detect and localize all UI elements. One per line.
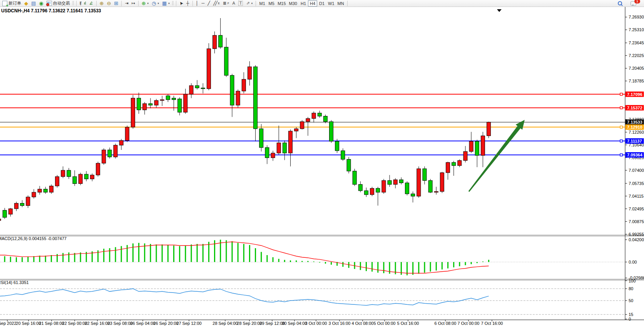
candle[interactable] <box>242 79 246 91</box>
zoom-in-button[interactable]: ⊕ <box>98 0 105 7</box>
auto-trading-button[interactable]: 自动交易 <box>45 0 72 7</box>
candle[interactable] <box>172 98 176 100</box>
candle[interactable] <box>189 86 193 94</box>
indicators-button[interactable]: ⊕▾ <box>140 0 150 7</box>
candle[interactable] <box>446 163 450 173</box>
candle[interactable] <box>330 122 333 141</box>
candle[interactable] <box>463 151 467 160</box>
candle[interactable] <box>131 98 135 127</box>
hline-handle[interactable] <box>620 107 622 109</box>
candle[interactable] <box>143 104 147 110</box>
signals-button[interactable]: ◉ <box>37 0 45 7</box>
candle[interactable] <box>417 169 421 196</box>
candle[interactable] <box>125 127 129 141</box>
candle[interactable] <box>358 185 362 191</box>
candle[interactable] <box>312 113 316 118</box>
arrows-button[interactable]: ⇗▾ <box>244 0 254 7</box>
search-button[interactable] <box>616 0 624 7</box>
vertical-line-button[interactable]: │ <box>194 0 200 7</box>
zoom-out-button[interactable]: ⊖ <box>105 0 112 7</box>
timeframe-m30-button[interactable]: M30 <box>288 0 299 7</box>
candle[interactable] <box>184 94 187 112</box>
candle[interactable] <box>166 96 170 100</box>
cursor-button[interactable]: ➤ <box>178 0 185 7</box>
chart-area[interactable]: 7.269307.253107.236457.220257.204057.187… <box>0 7 644 326</box>
chart-shift-button[interactable]: ↦ <box>130 0 136 7</box>
channel-button[interactable]: ╱╱E <box>212 0 221 7</box>
candle[interactable] <box>294 129 298 131</box>
candle[interactable] <box>271 153 275 158</box>
candle[interactable] <box>178 99 182 113</box>
candle[interactable] <box>90 175 94 179</box>
candle[interactable] <box>114 145 117 157</box>
candle[interactable] <box>213 35 217 49</box>
candle[interactable] <box>254 67 258 129</box>
candle[interactable] <box>318 113 321 116</box>
candle[interactable] <box>399 180 403 183</box>
trendline-button[interactable]: ╱ <box>206 0 212 7</box>
candle[interactable] <box>55 176 59 186</box>
auto-scroll-button[interactable]: ⇥ <box>123 0 130 7</box>
timeframe-w1-button[interactable]: W1 <box>326 0 336 7</box>
candle[interactable] <box>265 148 269 158</box>
monitor-button[interactable]: ▤ <box>30 0 37 7</box>
candle[interactable] <box>382 180 386 192</box>
timeframe-m15-button[interactable]: M15 <box>276 0 287 7</box>
candle[interactable] <box>341 151 345 159</box>
candle[interactable] <box>32 192 36 197</box>
timeframe-h4-button[interactable]: H4 <box>308 0 317 7</box>
hline-handle[interactable] <box>620 140 622 142</box>
candle[interactable] <box>14 203 18 208</box>
new-order-button[interactable]: 新订单 <box>1 0 23 7</box>
text-label-button[interactable]: T <box>237 0 245 7</box>
candle[interactable] <box>440 173 444 192</box>
candle[interactable] <box>96 163 100 175</box>
candle[interactable] <box>49 186 53 192</box>
candle[interactable] <box>487 122 491 136</box>
candle[interactable] <box>353 171 356 185</box>
candle[interactable] <box>364 191 368 195</box>
candle[interactable] <box>149 104 152 105</box>
candle[interactable] <box>289 131 293 153</box>
candle[interactable] <box>411 194 415 196</box>
candle[interactable] <box>119 141 123 145</box>
candle[interactable] <box>423 169 427 181</box>
candle[interactable] <box>248 67 251 79</box>
candle[interactable] <box>207 49 211 89</box>
candle[interactable] <box>79 174 82 183</box>
candle[interactable] <box>306 119 310 122</box>
candle[interactable] <box>20 203 24 205</box>
book-button[interactable]: ◆ <box>23 0 30 7</box>
candle[interactable] <box>201 88 205 89</box>
candle[interactable] <box>61 170 65 176</box>
candle[interactable] <box>259 129 263 148</box>
candle[interactable] <box>469 141 473 151</box>
candle[interactable] <box>335 141 339 151</box>
candle[interactable] <box>73 176 77 183</box>
candle[interactable] <box>370 188 374 195</box>
hline-handle[interactable] <box>620 154 622 156</box>
timeframe-h1-button[interactable]: H1 <box>299 0 308 7</box>
crosshair-button[interactable]: ┼ <box>185 0 191 7</box>
candle[interactable] <box>8 209 12 214</box>
trend-arrow-object[interactable] <box>468 120 525 192</box>
candle[interactable] <box>219 35 222 47</box>
timeframe-m5-button[interactable]: M5 <box>267 0 276 7</box>
candle[interactable] <box>323 116 327 121</box>
candle[interactable] <box>434 192 438 192</box>
timeframe-d1-button[interactable]: D1 <box>317 0 326 7</box>
price-chart-svg[interactable]: 7.269307.253107.236457.220257.204057.187… <box>0 7 644 326</box>
candle[interactable] <box>224 47 228 75</box>
candle[interactable] <box>38 189 42 192</box>
candle[interactable] <box>154 101 158 105</box>
candle[interactable] <box>230 76 234 105</box>
candle[interactable] <box>283 143 286 153</box>
horizontal-line-button[interactable]: ─ <box>200 0 206 7</box>
hline-handle[interactable] <box>620 126 622 128</box>
candle[interactable] <box>277 143 281 153</box>
candle[interactable] <box>347 159 351 171</box>
candle[interactable] <box>67 170 71 176</box>
timeframe-m1-button[interactable]: M1 <box>258 0 267 7</box>
candle[interactable] <box>43 189 47 192</box>
text-button[interactable]: A <box>231 0 236 7</box>
